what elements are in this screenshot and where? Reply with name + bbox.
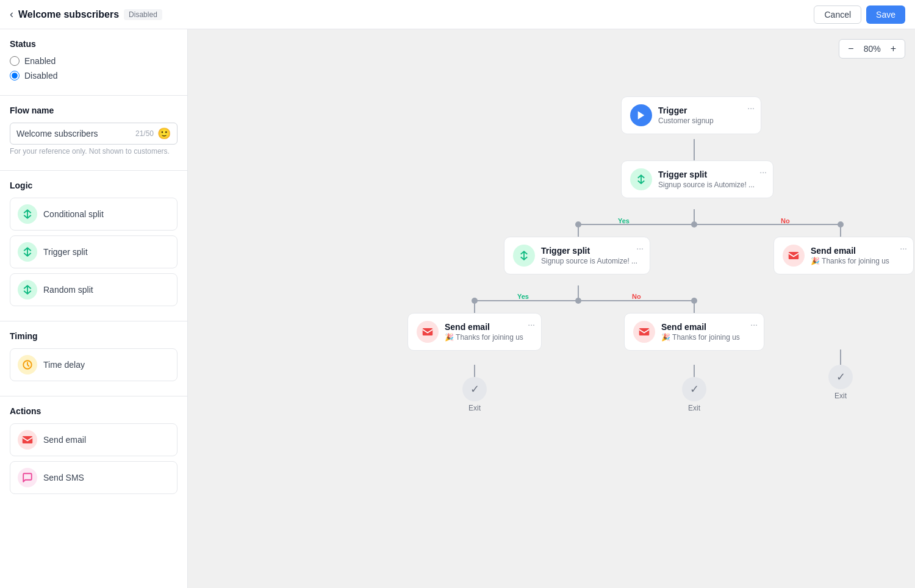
trigger-split-left-subtitle: Signup source is Automize! ... [541, 257, 641, 265]
zoom-out-button[interactable]: − [844, 42, 857, 56]
send-email-bottom-left-content: Send email 🎉 Thanks for joining us [445, 322, 533, 342]
svg-point-17 [838, 221, 844, 228]
svg-rect-24 [639, 328, 650, 335]
trigger-node-title: Trigger [658, 106, 752, 115]
send-sms-item[interactable]: Send SMS [10, 461, 178, 494]
divider-2 [0, 170, 187, 171]
no-label-left: No [632, 293, 641, 300]
exit-label-left: Exit [468, 404, 481, 412]
zoom-in-button[interactable]: + [887, 42, 900, 56]
svg-rect-23 [423, 328, 433, 335]
svg-point-16 [575, 221, 581, 228]
send-email-bottom-mid-subtitle: 🎉 Thanks for joining us [661, 333, 755, 342]
trigger-split-left-title: Trigger split [541, 246, 641, 256]
disabled-label: Disabled [24, 71, 57, 81]
emoji-icon[interactable]: 🙂 [157, 127, 171, 140]
email-icon [18, 430, 37, 450]
actions-section: Actions Send email Send SMS [10, 406, 178, 494]
exit-circle-right: ✓ [828, 365, 853, 389]
trigger-split-icon [18, 242, 37, 262]
clock-icon [18, 355, 37, 375]
svg-marker-21 [638, 111, 645, 120]
trigger-split-top-menu[interactable]: ··· [759, 167, 767, 177]
random-split-item[interactable]: Random split [10, 273, 178, 306]
conditional-split-icon [18, 204, 37, 224]
send-email-bottom-mid-title: Send email [661, 322, 755, 332]
send-email-bottom-left-menu[interactable]: ··· [528, 320, 535, 329]
enabled-radio-input[interactable] [10, 56, 20, 66]
divider-3 [0, 321, 187, 321]
exit-node-right: ✓ Exit [828, 365, 853, 400]
send-email-bottom-mid-icon [633, 321, 655, 343]
page-title: Welcome subscribers [18, 9, 119, 20]
status-section: Status Enabled Disabled [10, 39, 178, 81]
time-delay-item[interactable]: Time delay [10, 348, 178, 381]
divider-1 [0, 95, 187, 96]
trigger-split-top-subtitle: Signup source is Automize! ... [658, 181, 764, 189]
send-email-top-right-icon [783, 245, 805, 267]
send-email-top-right-node[interactable]: Send email 🎉 Thanks for joining us ··· [773, 237, 914, 274]
exit-label-right: Exit [834, 392, 847, 400]
send-email-top-right-subtitle: 🎉 Thanks for joining us [811, 257, 905, 265]
header-left: ‹ Welcome subscribers Disabled [10, 8, 162, 21]
conditional-split-item[interactable]: Conditional split [10, 198, 178, 231]
flow-name-input[interactable] [16, 129, 135, 138]
trigger-split-item[interactable]: Trigger split [10, 235, 178, 268]
send-email-bottom-mid-menu[interactable]: ··· [750, 320, 758, 329]
header-right: Cancel Save [814, 5, 905, 24]
trigger-split-top-title: Trigger split [658, 170, 764, 179]
trigger-split-left-content: Trigger split Signup source is Automize!… [541, 246, 641, 265]
flow-canvas[interactable]: − 80% + [188, 29, 915, 588]
send-email-bottom-left-title: Send email [445, 322, 533, 332]
cancel-button[interactable]: Cancel [814, 5, 861, 24]
send-email-bottom-left-node[interactable]: Send email 🎉 Thanks for joining us ··· [407, 313, 542, 351]
exit-circle-left: ✓ [462, 377, 487, 401]
trigger-split-left-icon [513, 245, 535, 267]
status-radio-group: Enabled Disabled [10, 56, 178, 81]
send-sms-label: Send SMS [43, 473, 84, 482]
trigger-split-top-node[interactable]: Trigger split Signup source is Automize!… [621, 160, 773, 198]
random-split-label: Random split [43, 285, 93, 295]
exit-node-left: ✓ Exit [462, 377, 487, 412]
send-email-bottom-left-subtitle: 🎉 Thanks for joining us [445, 333, 533, 342]
send-email-item[interactable]: Send email [10, 423, 178, 456]
exit-label-mid: Exit [688, 404, 700, 412]
disabled-radio-input[interactable] [10, 71, 20, 81]
trigger-node-icon [630, 104, 652, 126]
yes-label-left: Yes [517, 293, 529, 300]
disabled-radio[interactable]: Disabled [10, 71, 178, 81]
trigger-split-label: Trigger split [43, 247, 88, 257]
trigger-node-content: Trigger Customer signup [658, 106, 752, 125]
time-delay-label: Time delay [43, 360, 85, 370]
status-badge: Disabled [124, 9, 162, 20]
char-count: 21/50 [135, 129, 154, 138]
actions-section-title: Actions [10, 406, 178, 416]
conditional-split-label: Conditional split [43, 209, 104, 219]
send-email-top-right-content: Send email 🎉 Thanks for joining us [811, 246, 905, 265]
flow-diagram: Trigger Customer signup ··· Trigger spli… [395, 66, 915, 493]
send-email-top-right-title: Send email [811, 246, 905, 256]
zoom-toolbar: − 80% + [839, 39, 905, 59]
app-header: ‹ Welcome subscribers Disabled Cancel Sa… [0, 0, 915, 29]
save-button[interactable]: Save [866, 5, 905, 24]
back-button[interactable]: ‹ [10, 8, 13, 21]
svg-point-18 [575, 298, 581, 304]
send-email-top-right-menu[interactable]: ··· [900, 243, 907, 253]
svg-rect-22 [789, 252, 799, 259]
trigger-node[interactable]: Trigger Customer signup ··· [621, 96, 761, 134]
sidebar: Status Enabled Disabled Flow name 21/50 … [0, 29, 188, 588]
svg-point-15 [691, 221, 697, 228]
trigger-split-left-menu[interactable]: ··· [636, 243, 644, 253]
enabled-radio[interactable]: Enabled [10, 56, 178, 66]
svg-rect-1 [23, 436, 33, 443]
main-layout: Status Enabled Disabled Flow name 21/50 … [0, 29, 915, 588]
zoom-level: 80% [860, 44, 884, 54]
flow-name-title: Flow name [10, 106, 178, 115]
trigger-split-top-content: Trigger split Signup source is Automize!… [658, 170, 764, 189]
no-label-top: No [781, 217, 790, 224]
trigger-split-left-node[interactable]: Trigger split Signup source is Automize!… [504, 237, 650, 274]
trigger-node-menu[interactable]: ··· [747, 103, 755, 113]
send-email-bottom-mid-node[interactable]: Send email 🎉 Thanks for joining us ··· [624, 313, 764, 351]
flow-name-section: Flow name 21/50 🙂 For your reference onl… [10, 106, 178, 156]
sms-icon [18, 468, 37, 487]
